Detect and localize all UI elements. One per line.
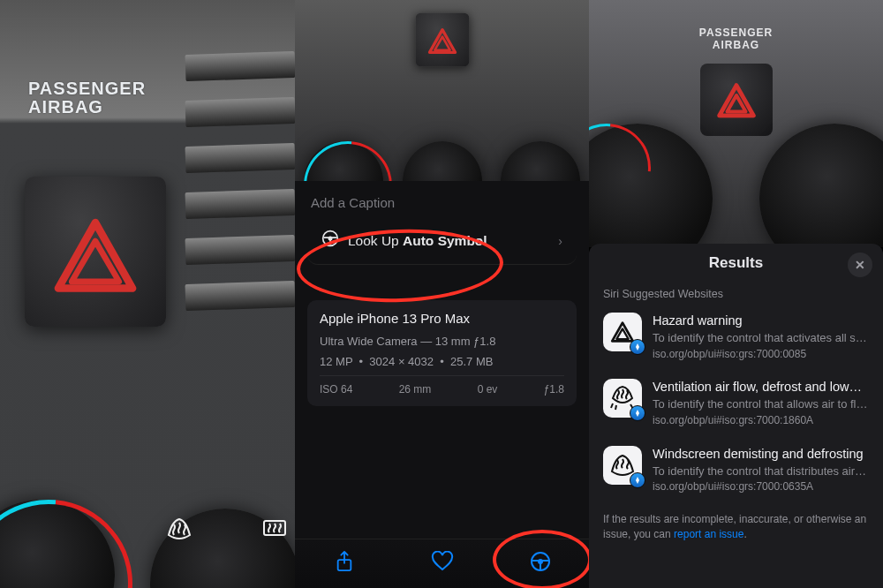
windscreen-defrost-icon <box>603 446 642 485</box>
air-vent <box>185 53 295 411</box>
caption-field[interactable]: Add a Caption <box>307 181 577 217</box>
climate-dial <box>759 124 883 247</box>
camera-metadata-card: Apple iPhone 13 Pro Max Ultra Wide Camer… <box>307 300 577 406</box>
chevron-right-icon: › <box>558 234 562 248</box>
ventilation-icon <box>603 379 642 418</box>
results-panel: PASSENGER AIRBAG Results ✕ Siri Suggeste… <box>589 0 883 588</box>
defrost-rear-icon <box>261 517 288 544</box>
safari-badge-icon <box>630 339 645 355</box>
defrost-icon <box>166 517 192 546</box>
close-button[interactable]: ✕ <box>848 253 872 277</box>
hazard-triangle-icon <box>603 313 642 351</box>
safari-badge-icon <box>630 472 645 488</box>
photo-preview-small: PASSENGER AIRBAG <box>589 0 883 247</box>
passenger-airbag-label: PASSENGER AIRBAG <box>28 79 146 117</box>
photo-info-panel: Add a Caption Look Up Auto Symbol › Appl… <box>295 0 589 588</box>
hazard-triangle-icon <box>53 217 138 293</box>
lookup-auto-symbol-row[interactable]: Look Up Auto Symbol › <box>307 217 577 265</box>
result-item-hazard[interactable]: Hazard warning To identify the control t… <box>589 304 883 370</box>
result-item-ventilation[interactable]: Ventilation air flow, defrost and lower … <box>589 370 883 436</box>
siri-suggested-header: Siri Suggested Websites <box>589 277 883 304</box>
safari-badge-icon <box>630 405 645 421</box>
photo-preview <box>295 0 589 185</box>
results-footer-note: If the results are incomplete, inaccurat… <box>589 503 883 552</box>
visual-lookup-results-sheet: Results ✕ Siri Suggested Websites Hazard… <box>589 244 883 588</box>
steering-wheel-icon <box>321 230 339 252</box>
lookup-label: Look Up Auto Symbol <box>348 233 487 249</box>
share-icon[interactable] <box>313 550 376 578</box>
photo-toolbar <box>295 539 589 588</box>
hazard-warning-button-small <box>700 64 773 136</box>
climate-dial-right <box>150 509 295 588</box>
hazard-warning-button <box>25 177 166 327</box>
photo-panel-closeup: PASSENGER AIRBAG <box>0 0 295 588</box>
results-title: Results <box>709 254 763 272</box>
result-item-windscreen[interactable]: Windscreen demisting and defrosting To i… <box>589 437 883 503</box>
climate-dial <box>589 124 713 247</box>
close-icon: ✕ <box>855 258 865 272</box>
report-issue-link[interactable]: report an issue <box>674 528 743 540</box>
visual-lookup-icon[interactable] <box>509 551 572 577</box>
favorite-icon[interactable] <box>411 551 474 577</box>
passenger-airbag-label-small: PASSENGER AIRBAG <box>699 26 773 51</box>
photo-info-sheet: Add a Caption Look Up Auto Symbol › Appl… <box>295 181 589 588</box>
